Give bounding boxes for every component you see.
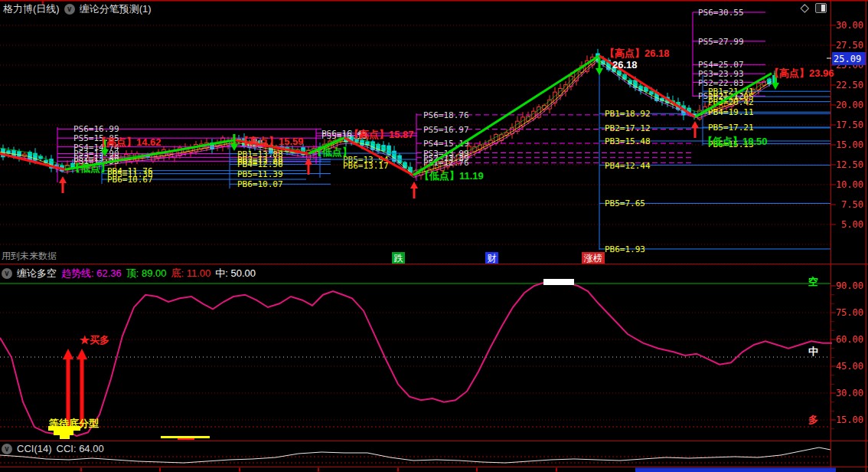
timeline-tick bbox=[159, 468, 161, 472]
axis-tick-label: 15.00 bbox=[836, 139, 863, 150]
pivot-label: 【高点】15.59 bbox=[239, 136, 304, 147]
stock-title: 格力博(日线) bbox=[3, 2, 60, 16]
buy-arrow-icon bbox=[59, 176, 67, 193]
diamond-icon[interactable]: ◇ bbox=[800, 2, 809, 14]
pivot-label: 【低点】 bbox=[312, 146, 352, 158]
window-controls: ◇ bbox=[800, 2, 827, 14]
axis-tick-label: 22.50 bbox=[836, 80, 863, 90]
trend-value: 趋势线: 62.36 bbox=[61, 267, 122, 280]
price-level-label: PB4=19.11 bbox=[708, 107, 754, 117]
future-data-note: 用到未来数据 bbox=[2, 251, 57, 261]
candle bbox=[494, 135, 498, 143]
timeline-tick bbox=[239, 468, 240, 472]
chevron-down-icon[interactable]: ∨ bbox=[64, 4, 75, 15]
axis-tick-label: 20.00 bbox=[836, 100, 863, 110]
hot-tag[interactable]: 跌 bbox=[394, 253, 403, 264]
bottom-value: 底: 11.00 bbox=[171, 267, 211, 280]
axis-tick-label: 17.50 bbox=[836, 120, 863, 130]
buy-arrow-icon bbox=[305, 158, 312, 175]
price-level-label: PB3=15.48 bbox=[605, 136, 651, 146]
mid-value: 中: 50.00 bbox=[215, 267, 256, 280]
axis-tick-label: 27.50 bbox=[836, 40, 863, 51]
indicator-mark bbox=[178, 438, 194, 440]
pivot-label: 【低点】 bbox=[70, 162, 110, 174]
panel2-header: ∨ 缠论多空 趋势线: 62.36 顶: 89.00 底: 11.00 中: 5… bbox=[2, 267, 256, 280]
zone-label: 空 bbox=[808, 276, 818, 287]
axis-tick-label: 30.00 bbox=[836, 388, 863, 398]
panel3-title[interactable]: CCI(14) bbox=[17, 443, 52, 454]
price-level-label: PB5=17.21 bbox=[708, 123, 754, 133]
pivot-label: 【低点】11.19 bbox=[419, 170, 484, 182]
price-level-label: PS6=30.55 bbox=[698, 8, 744, 18]
trend-curve bbox=[0, 283, 832, 436]
axis-tick-label: 10.00 bbox=[836, 179, 863, 190]
timeline-tick bbox=[556, 468, 557, 472]
zigzag-segment bbox=[0, 153, 65, 169]
price-level-label: PB4=12.56 bbox=[237, 159, 283, 169]
indicator-tab[interactable]: 缠论分笔预测(1) bbox=[80, 2, 152, 16]
wait-bottom-fractal-label: 等待底分型 bbox=[48, 418, 99, 429]
buy-arrow-icon bbox=[691, 121, 699, 138]
titlebar: 格力博(日线) ∨ 缠论分笔预测(1) bbox=[3, 2, 152, 16]
price-level-label: PB2=17.12 bbox=[605, 123, 651, 133]
timeline-tick bbox=[318, 468, 319, 472]
pivot-label: 【高点】15.87 bbox=[349, 129, 414, 140]
overflow-box bbox=[543, 279, 574, 285]
buy-signal-arrow-icon bbox=[63, 349, 73, 427]
top-value: 顶: 89.00 bbox=[126, 267, 167, 280]
price-level-label: PB6=1.93 bbox=[605, 244, 645, 254]
axis-tick-label: 75.00 bbox=[836, 307, 863, 318]
price-level-label: PS5=16.97 bbox=[423, 125, 469, 135]
current-price-label: 25.09 bbox=[834, 54, 861, 64]
price-level-label: PB4=12.44 bbox=[605, 161, 651, 171]
window-top-border bbox=[0, 0, 868, 2]
zone-label: 多 bbox=[808, 414, 818, 425]
price-level-label: PB6=10.07 bbox=[237, 179, 283, 189]
cci-curve bbox=[0, 447, 830, 463]
indicator-mark bbox=[161, 436, 210, 438]
price-level-label: PB5=7.65 bbox=[605, 198, 645, 208]
pivot-label: 【高点】23.96 bbox=[769, 67, 834, 79]
zone-label: 中 bbox=[808, 346, 818, 357]
timeline-tick bbox=[476, 468, 478, 472]
axis-tick-label: 5.00 bbox=[841, 219, 863, 230]
buy-signal-arrow-icon bbox=[77, 349, 87, 427]
hot-tag[interactable]: 涨榜 bbox=[583, 253, 602, 264]
axis-tick-label: 30.00 bbox=[836, 20, 863, 31]
price-level-label: PB6=13.17 bbox=[343, 161, 389, 171]
price-level-label: PB1=18.92 bbox=[605, 109, 651, 119]
axis-tick-label: 45.00 bbox=[836, 361, 863, 372]
cci-value: CCI: 64.00 bbox=[57, 443, 104, 454]
axis-tick-label: 90.00 bbox=[836, 280, 863, 291]
pivot-label: 【低点】18.50 bbox=[703, 136, 768, 147]
bottom-fractal-marker bbox=[54, 431, 73, 435]
pivot-label: 【高点】26.18 bbox=[605, 48, 670, 59]
price-level-label: PB5=11.39 bbox=[237, 169, 283, 179]
buy-arrow-icon bbox=[410, 182, 418, 198]
buy-long-label: ★买多 bbox=[80, 334, 109, 346]
axis-tick-label: 7.50 bbox=[841, 199, 863, 210]
panel-layout-icon[interactable] bbox=[815, 3, 827, 13]
chevron-down-icon[interactable]: ∨ bbox=[2, 444, 12, 454]
hot-tag[interactable]: 财 bbox=[488, 253, 497, 264]
timeline-tick bbox=[80, 468, 82, 472]
bottom-fractal-marker bbox=[60, 435, 70, 439]
price-level-label: PB6=10.67 bbox=[107, 175, 153, 185]
app-window: PS6=16.99PS5=15.85PS4=14.74PS3=13.90PS2=… bbox=[0, 0, 868, 472]
timeline-tick bbox=[397, 468, 399, 472]
price-level-label: PS5=27.99 bbox=[698, 37, 744, 47]
candle bbox=[18, 152, 21, 156]
panel2-title[interactable]: 缠论多空 bbox=[17, 267, 57, 280]
chart-canvas[interactable]: PS6=16.99PS5=15.85PS4=14.74PS3=13.90PS2=… bbox=[0, 0, 868, 472]
scrollbar-thumb[interactable] bbox=[635, 468, 836, 472]
axis-tick-label: 60.00 bbox=[836, 334, 863, 345]
price-level-label: PS6=18.76 bbox=[423, 110, 469, 120]
pivot-label: 【高点】14.62 bbox=[96, 136, 162, 148]
axis-tick-label: 15.00 bbox=[836, 415, 863, 425]
axis-tick-label: 12.50 bbox=[836, 159, 863, 170]
panel3-header: ∨ CCI(14) CCI: 64.00 bbox=[2, 443, 104, 454]
pivot-label: 26.18 bbox=[612, 59, 638, 70]
chevron-down-icon[interactable]: ∨ bbox=[2, 268, 12, 279]
